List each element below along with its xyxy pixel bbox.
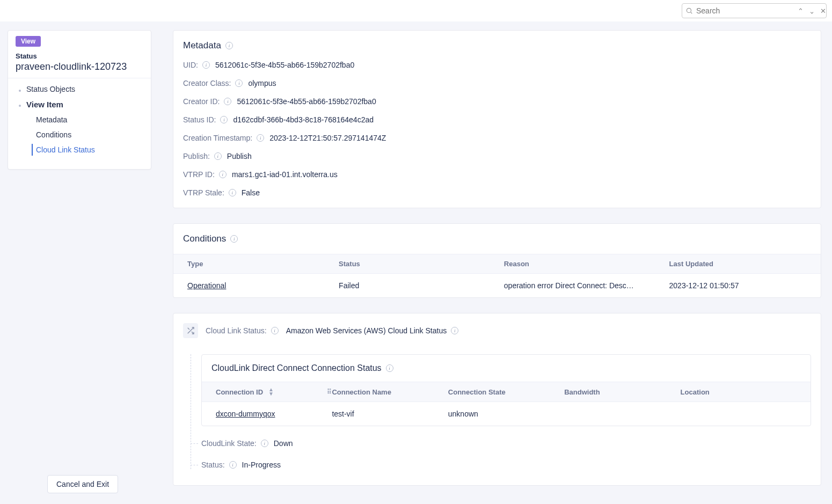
th-connection-name: Connection Name (332, 388, 448, 396)
creator-id-label: Creator ID: (183, 97, 220, 106)
search-icon (685, 7, 693, 14)
th-connection-state: Connection State (448, 388, 564, 396)
metadata-title-row: Metadata (183, 40, 811, 51)
uid-value: 5612061c-5f3e-4b55-ab66-159b2702fba0 (215, 61, 354, 69)
metadata-panel: Metadata UID:5612061c-5f3e-4b55-ab66-159… (173, 30, 821, 208)
connection-state: unknown (448, 410, 564, 418)
cancel-button[interactable]: Cancel and Exit (47, 475, 118, 493)
vtrp-stale-value: False (242, 188, 260, 197)
sidebar-item-status-objects[interactable]: Status Objects (8, 82, 151, 97)
info-icon[interactable] (219, 171, 227, 178)
sort-icon[interactable]: ▲▼ (268, 388, 274, 396)
info-icon[interactable] (224, 98, 231, 105)
svg-line-1 (691, 12, 692, 14)
dc-row: dxcon-dummyqox test-vif unknown (202, 402, 811, 426)
sidebar: View Status praveen-cloudlink-120723 Sta… (8, 30, 151, 170)
info-icon[interactable] (230, 235, 238, 243)
search-input[interactable] (696, 6, 790, 15)
svg-point-0 (687, 8, 691, 12)
status-id-value: d162cdbf-366b-4bd3-8c18-768164e4c2ad (233, 115, 374, 124)
condition-type-link[interactable]: Operational (187, 281, 339, 290)
conditions-panel: Conditions Type Status Reason Last Updat… (173, 223, 821, 298)
th-last-updated: Last Updated (669, 260, 807, 268)
status-label: Status: (201, 461, 225, 469)
info-icon[interactable] (235, 79, 243, 87)
creation-ts-label: Creation Timestamp: (183, 134, 252, 142)
conditions-title-row: Conditions (183, 233, 811, 244)
footer: Cancel and Exit (47, 475, 118, 493)
svg-line-4 (188, 328, 189, 330)
info-icon[interactable] (229, 189, 236, 196)
connection-name: test-vif (332, 410, 448, 418)
publish-value: Publish (227, 152, 252, 160)
close-icon[interactable]: ✕ (819, 8, 827, 14)
cloudlink-state-row: CloudLink State: Down (201, 439, 811, 448)
th-connection-id-label: Connection ID (216, 388, 263, 396)
conditions-header: Type Status Reason Last Updated (173, 254, 821, 274)
location (681, 410, 797, 418)
creator-id-value: 5612061c-5f3e-4b55-ab66-159b2702fba0 (237, 97, 376, 106)
th-type: Type (187, 260, 339, 268)
vtrp-id-label: VTRP ID: (183, 170, 215, 179)
find-bar[interactable]: ⌃ ⌃ ✕ (682, 3, 827, 18)
info-icon[interactable] (271, 327, 279, 334)
th-reason: Reason (504, 260, 669, 268)
publish-label: Publish: (183, 152, 210, 160)
status-id-label: Status ID: (183, 115, 216, 124)
main: Metadata UID:5612061c-5f3e-4b55-ab66-159… (173, 30, 827, 499)
info-icon[interactable] (257, 134, 264, 142)
info-icon[interactable] (386, 364, 393, 372)
dc-panel: CloudLink Direct Connect Connection Stat… (201, 354, 811, 426)
cloud-link-status-panel: Cloud Link Status: Amazon Web Services (… (173, 313, 821, 486)
sidebar-item-view-item[interactable]: View Item (8, 97, 151, 112)
drag-handle-icon[interactable]: ⠿ (327, 388, 332, 396)
info-icon[interactable] (229, 461, 237, 469)
status-name: praveen-cloudlink-120723 (16, 61, 143, 72)
dc-header: Connection ID ▲▼ ⠿ Connection Name Conne… (202, 382, 811, 402)
condition-reason: operation error Direct Connect: Desc… (504, 281, 669, 290)
find-next-icon[interactable]: ⌃ (808, 8, 816, 14)
dc-title-row: CloudLink Direct Connect Connection Stat… (202, 355, 811, 382)
info-icon[interactable] (214, 152, 222, 160)
info-icon[interactable] (220, 116, 228, 123)
cls-label: Cloud Link Status: (206, 326, 267, 335)
connection-id-link[interactable]: dxcon-dummyqox (216, 410, 332, 418)
creation-ts-value: 2023-12-12T21:50:57.297141474Z (269, 134, 386, 142)
info-icon[interactable] (261, 440, 268, 447)
cls-value: Amazon Web Services (AWS) Cloud Link Sta… (286, 326, 447, 335)
info-icon[interactable] (225, 42, 233, 49)
view-chip: View (16, 36, 41, 47)
vtrp-id-value: mars1.gc1-iad-01.int.volterra.us (232, 170, 338, 179)
info-icon[interactable] (202, 61, 210, 69)
find-prev-icon[interactable]: ⌃ (797, 8, 805, 14)
uid-label: UID: (183, 61, 198, 69)
status-label: Status (16, 52, 143, 60)
shuffle-icon (183, 323, 198, 338)
cloudlink-state-label: CloudLink State: (201, 439, 257, 448)
conditions-title: Conditions (183, 233, 226, 244)
status-row: Status: In-Progress (201, 461, 811, 469)
th-bandwidth: Bandwidth (564, 388, 680, 396)
th-location: Location (681, 388, 797, 396)
condition-status: Failed (339, 281, 504, 290)
creator-class-label: Creator Class: (183, 79, 231, 87)
status-value: In-Progress (242, 461, 281, 469)
vtrp-stale-label: VTRP Stale: (183, 188, 224, 197)
conditions-row: Operational Failed operation error Direc… (173, 274, 821, 297)
info-icon[interactable] (451, 327, 458, 334)
metadata-title: Metadata (183, 40, 221, 51)
sidebar-item-metadata[interactable]: Metadata (8, 112, 151, 127)
sidebar-item-cloud-link-status[interactable]: Cloud Link Status (8, 142, 151, 157)
dc-title: CloudLink Direct Connect Connection Stat… (211, 363, 382, 373)
th-status: Status (339, 260, 504, 268)
th-connection-id[interactable]: Connection ID ▲▼ ⠿ (216, 388, 332, 396)
creator-class-value: olympus (248, 79, 276, 87)
cloudlink-state-value: Down (274, 439, 293, 448)
sidebar-item-conditions[interactable]: Conditions (8, 127, 151, 142)
condition-last-updated: 2023-12-12 01:50:57 (669, 281, 807, 290)
bandwidth (564, 410, 680, 418)
